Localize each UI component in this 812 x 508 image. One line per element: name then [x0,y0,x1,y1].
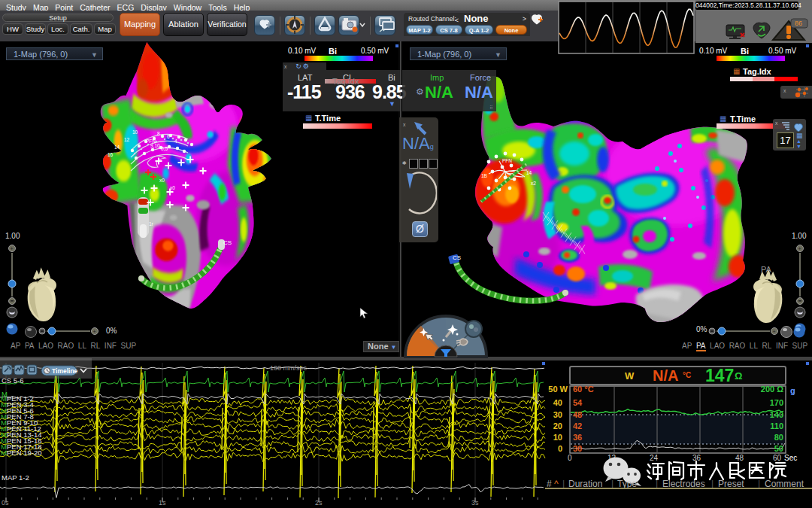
svg-text:16: 16 [108,152,114,157]
svg-text:+: + [93,329,96,334]
svg-text:42: 42 [573,421,582,430]
svg-text:0s: 0s [2,499,9,506]
svg-text:CS: CS [453,254,461,261]
svg-text:x0: x0 [170,185,175,190]
svg-text:50 W: 50 W [548,385,568,394]
svg-text:+: + [798,246,801,251]
svg-text:CS: CS [223,239,232,246]
svg-text:14: 14 [526,170,532,175]
svg-text:170: 170 [770,398,783,407]
svg-text:36: 36 [573,433,582,442]
svg-text:Timeline: Timeline [52,367,78,375]
svg-text:140: 140 [770,410,783,419]
svg-text:147: 147 [705,366,734,385]
svg-text:3s: 3s [471,499,479,506]
svg-text:M: M [1,449,7,457]
svg-text:86: 86 [795,20,802,27]
svg-text:g: g [790,386,795,395]
svg-text:30: 30 [553,410,562,419]
svg-text:0: 0 [568,454,572,462]
svg-text:14: 14 [114,144,120,150]
svg-text:48: 48 [573,410,582,419]
svg-text:°C: °C [683,371,691,379]
svg-text:54: 54 [573,398,583,407]
svg-text:0,5: 0,5 [161,146,168,151]
svg-text:48: 48 [735,454,744,462]
svg-text:10: 10 [553,433,562,442]
svg-text:PFN: PFN [502,158,512,163]
svg-text:1s: 1s [159,499,166,506]
svg-text:60 °C: 60 °C [573,385,594,394]
svg-text:50: 50 [774,444,783,453]
svg-text:Ω: Ω [735,370,742,382]
svg-text:+: + [11,246,14,251]
svg-text:+: + [773,329,776,334]
svg-text:9,10: 9,10 [150,143,160,148]
svg-text:20: 20 [553,421,562,430]
svg-text:-100 mm/sec: -100 mm/sec [268,364,308,372]
svg-text:80: 80 [774,433,783,442]
svg-text:4: 4 [174,138,177,144]
svg-text:1r: 1r [149,221,154,227]
svg-text:0: 0 [558,444,562,453]
svg-text:8: 8 [157,131,160,136]
svg-text:110: 110 [770,421,783,430]
svg-text:Sec: Sec [784,454,797,462]
svg-text:40: 40 [553,398,562,407]
svg-text:2s: 2s [315,499,323,506]
svg-text:30: 30 [573,444,582,453]
svg-text:N/A: N/A [653,367,678,384]
svg-text:24: 24 [650,454,659,462]
svg-text:1B: 1B [481,173,487,178]
svg-text:PEN 19-20: PEN 19-20 [7,449,41,457]
svg-text:12: 12 [124,137,130,142]
svg-text:W: W [625,370,635,382]
svg-text:10: 10 [132,129,138,135]
svg-text:60: 60 [773,454,782,462]
svg-text:6: 6 [167,134,170,139]
svg-text:200 Ω: 200 Ω [761,385,783,394]
svg-text:x2: x2 [531,181,536,186]
svg-text:x0: x0 [159,178,165,183]
